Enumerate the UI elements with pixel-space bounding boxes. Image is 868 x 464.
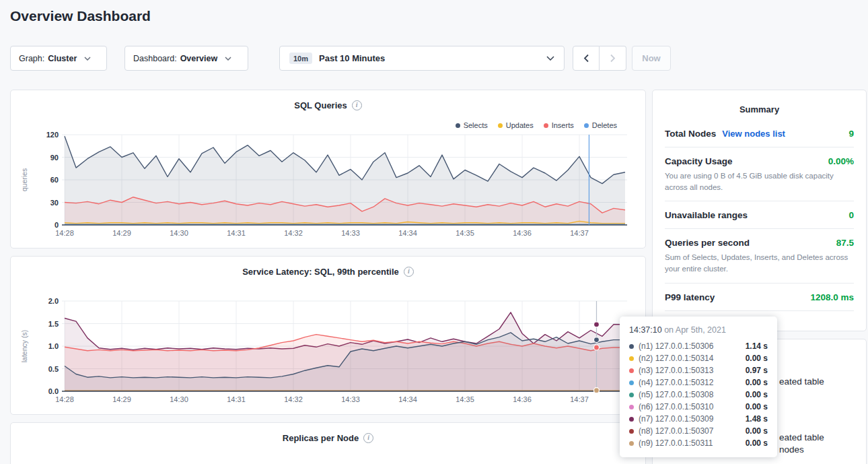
svg-text:14:31: 14:31 [227,395,246,403]
node-color-dot-icon [629,405,634,409]
service-latency-panel: Service Latency: SQL, 99th percentile i … [10,256,646,415]
tooltip-node-address: (n1) 127.0.0.1:50306 [639,341,713,351]
time-range-value: Past 10 Minutes [319,53,385,63]
node-color-dot-icon [629,380,634,385]
svg-text:2.0: 2.0 [48,297,59,305]
node-color-dot-icon [629,368,634,373]
sql-queries-title: SQL Queries [294,100,347,110]
info-icon[interactable]: i [404,267,414,277]
node-color-dot-icon [629,344,634,349]
tooltip-row: (n5) 127.0.0.1:503080.00 s [629,389,768,401]
summary-row-total-nodes: Total Nodes View nodes list 9 [665,120,854,147]
info-icon[interactable]: i [352,100,362,110]
tooltip-node-address: (n8) 127.0.0.1:50307 [639,426,713,436]
p99-latency-value: 1208.0 ms [810,292,854,302]
svg-text:14:32: 14:32 [284,229,303,237]
svg-text:0.5: 0.5 [48,365,59,373]
event-text-fragment[interactable]: eated table [779,376,824,387]
node-color-dot-icon [629,393,634,397]
svg-text:14:30: 14:30 [170,395,188,403]
svg-text:14:36: 14:36 [513,229,532,237]
summary-title: Summary [653,90,866,120]
dashboard-dropdown-label: Dashboard: [133,54,177,63]
svg-text:120: 120 [46,131,59,139]
view-nodes-list-link[interactable]: View nodes list [722,129,785,139]
replicas-per-node-panel: Replicas per Node i [10,422,646,464]
svg-text:14:37: 14:37 [570,229,589,237]
svg-text:60: 60 [50,176,59,184]
tooltip-node-address: (n9) 127.0.0.1:50311 [639,438,713,448]
tooltip-node-value: 0.00 s [746,402,768,411]
qps-value: 87.5 [836,238,854,248]
tooltip-node-value: 0.00 s [746,438,768,448]
sql-queries-chart[interactable]: 030609012014:2814:2914:3014:3114:3214:33… [11,127,647,242]
now-button-disabled[interactable]: Now [632,46,671,71]
node-color-dot-icon [629,417,634,422]
capacity-usage-label: Capacity Usage [665,156,733,166]
tooltip-row: (n8) 127.0.0.1:503070.00 s [629,425,768,437]
svg-text:latency (s): latency (s) [20,330,28,362]
dashboard-dropdown[interactable]: Dashboard: Overview [124,46,248,71]
time-range-badge: 10m [289,53,312,64]
service-latency-title: Service Latency: SQL, 99th percentile [242,267,399,277]
svg-text:14:29: 14:29 [112,229,131,237]
svg-text:14:32: 14:32 [284,395,303,403]
tooltip-row: (n2) 127.0.0.1:503140.00 s [629,352,768,364]
qps-label: Queries per second [665,238,750,248]
node-color-dot-icon [629,441,634,446]
tooltip-node-address: (n2) 127.0.0.1:50314 [639,354,713,363]
svg-text:14:35: 14:35 [456,229,474,237]
p99-latency-label: P99 latency [665,292,715,302]
svg-text:14:33: 14:33 [341,229,360,237]
qps-description: Sum of Selects, Updates, Inserts, and De… [665,252,854,283]
capacity-usage-description: You are using 0 B of 4.5 GiB usable disk… [665,170,854,201]
svg-text:14:33: 14:33 [341,395,360,403]
tooltip-node-value: 0.00 s [746,378,768,387]
event-text-fragment[interactable]: eated table [779,432,824,442]
info-icon[interactable]: i [363,433,373,443]
chevron-left-icon [583,54,589,63]
tooltip-date: on Apr 5th, 2021 [662,325,726,335]
graph-dropdown-label: Graph: [19,54,44,63]
tooltip-node-address: (n7) 127.0.0.1:50309 [639,414,713,424]
chevron-right-icon [610,54,616,63]
unavailable-ranges-label: Unavailable ranges [665,210,748,220]
tooltip-time: 14:37:10 [629,325,662,335]
svg-text:14:30: 14:30 [170,229,188,237]
chart-hover-tooltip: 14:37:10 on Apr 5th, 2021 (n1) 127.0.0.1… [620,317,777,457]
svg-text:14:28: 14:28 [55,229,74,237]
event-text-fragment[interactable]: nodes [779,444,804,455]
svg-text:14:36: 14:36 [513,395,532,403]
tooltip-node-address: (n4) 127.0.0.1:50312 [639,378,713,387]
sql-queries-panel: SQL Queries i SelectsUpdatesInsertsDelet… [10,90,646,248]
svg-text:14:29: 14:29 [112,395,131,403]
service-latency-chart[interactable]: 0.00.51.01.52.014:2814:2914:3014:3114:32… [11,294,647,408]
tooltip-node-value: 1.14 s [746,341,768,351]
overview-dashboard-page: Overview Dashboard Graph: Cluster Dashbo… [0,0,868,464]
time-prev-button[interactable] [573,46,600,71]
tooltip-node-value: 0.00 s [746,354,768,363]
summary-panel: Summary Total Nodes View nodes list 9 Ca… [652,90,867,331]
unavailable-ranges-value: 0 [848,210,854,220]
graph-dropdown[interactable]: Graph: Cluster [10,46,107,71]
svg-text:90: 90 [50,154,59,162]
chevron-down-icon [546,56,554,61]
tooltip-timestamp: 14:37:10 on Apr 5th, 2021 [629,325,768,335]
tooltip-node-address: (n6) 127.0.0.1:50310 [639,402,713,411]
replicas-per-node-title: Replicas per Node [283,433,359,443]
tooltip-node-address: (n5) 127.0.0.1:50308 [639,390,713,399]
graph-dropdown-value: Cluster [48,54,77,63]
svg-text:14:34: 14:34 [398,229,417,237]
tooltip-row: (n7) 127.0.0.1:503091.48 s [629,413,768,425]
svg-text:14:34: 14:34 [398,395,417,403]
node-color-dot-icon [629,356,634,361]
svg-text:14:35: 14:35 [456,395,474,403]
tooltip-node-value: 0.00 s [746,426,768,436]
chevron-down-icon [84,57,91,61]
tooltip-node-value: 0.97 s [746,366,768,375]
time-next-button-disabled[interactable] [600,46,626,71]
node-color-dot-icon [629,429,634,434]
svg-text:14:31: 14:31 [227,229,246,237]
time-range-dropdown[interactable]: 10m Past 10 Minutes [279,46,565,71]
svg-text:1.0: 1.0 [48,342,59,350]
